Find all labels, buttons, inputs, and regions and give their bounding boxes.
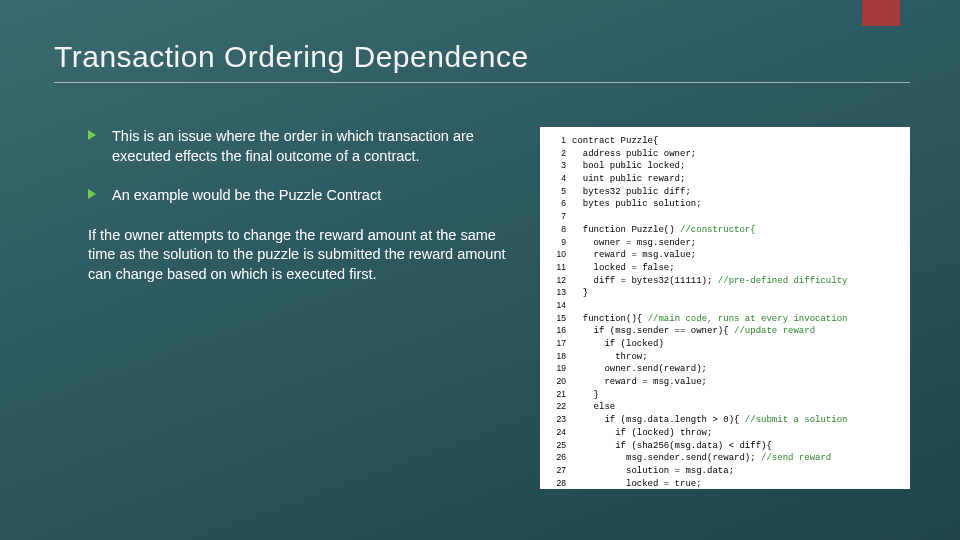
code-comment: //constructor{ [680, 225, 756, 235]
code-line: 8 function Puzzle() //constructor{ [550, 224, 900, 237]
line-number: 6 [550, 198, 566, 209]
line-number: 26 [550, 452, 566, 463]
line-number: 2 [550, 148, 566, 159]
code-text: reward = msg.value; [572, 377, 707, 387]
line-number: 28 [550, 478, 566, 489]
code-line: 17 if (locked) [550, 338, 900, 351]
code-text: if (msg.sender == owner){ [572, 326, 734, 336]
code-line: 14 [550, 300, 900, 313]
code-text: throw; [572, 352, 648, 362]
code-text: uint public reward; [572, 174, 685, 184]
code-text: bool public locked; [572, 161, 685, 171]
page-title: Transaction Ordering Dependence [54, 40, 910, 74]
text-column: This is an issue where the order in whic… [54, 127, 524, 489]
code-text: function Puzzle() [572, 225, 680, 235]
code-comment: //pre-defined difficulty [718, 276, 848, 286]
line-number: 21 [550, 389, 566, 400]
code-text: } [572, 288, 588, 298]
code-text: bytes public solution; [572, 199, 702, 209]
code-text: owner = msg.sender; [572, 238, 696, 248]
line-number: 22 [550, 401, 566, 412]
line-number: 7 [550, 211, 566, 222]
code-line: 2 address public owner; [550, 148, 900, 161]
code-text: else [572, 402, 615, 412]
chevron-right-icon [88, 189, 96, 199]
code-text: if (locked) throw; [572, 428, 712, 438]
code-text: owner.send(reward); [572, 364, 707, 374]
code-line: 11 locked = false; [550, 262, 900, 275]
line-number: 12 [550, 275, 566, 286]
line-number: 13 [550, 287, 566, 298]
code-line: 23 if (msg.data.length > 0){ //submit a … [550, 414, 900, 427]
line-number: 24 [550, 427, 566, 438]
line-number: 9 [550, 237, 566, 248]
code-line: 21 } [550, 389, 900, 402]
code-line: 26 msg.sender.send(reward); //send rewar… [550, 452, 900, 465]
code-line: 10 reward = msg.value; [550, 249, 900, 262]
code-line: 5 bytes32 public diff; [550, 186, 900, 199]
code-line: 7 [550, 211, 900, 224]
paragraph: If the owner attempts to change the rewa… [88, 226, 524, 285]
slide: Transaction Ordering Dependence This is … [0, 0, 960, 540]
code-text: msg.sender.send(reward); [572, 453, 761, 463]
code-line: 27 solution = msg.data; [550, 465, 900, 478]
line-number: 1 [550, 135, 566, 146]
line-number: 20 [550, 376, 566, 387]
code-comment: //send reward [761, 453, 831, 463]
code-text: function(){ [572, 314, 648, 324]
line-number: 3 [550, 160, 566, 171]
code-line: 9 owner = msg.sender; [550, 237, 900, 250]
code-line: 13 } [550, 287, 900, 300]
code-text: locked = false; [572, 263, 675, 273]
code-text: locked = true; [572, 479, 702, 489]
code-text: if (sha256(msg.data) < diff){ [572, 441, 772, 451]
content-row: This is an issue where the order in whic… [54, 127, 910, 489]
line-number: 19 [550, 363, 566, 374]
code-text: } [572, 390, 599, 400]
code-figure: 1contract Puzzle{2 address public owner;… [540, 127, 910, 489]
bullet-item: An example would be the Puzzle Contract [88, 186, 524, 206]
title-rule [54, 82, 910, 83]
chevron-right-icon [88, 130, 96, 140]
code-line: 19 owner.send(reward); [550, 363, 900, 376]
bullet-item: This is an issue where the order in whic… [88, 127, 524, 166]
bullet-text: This is an issue where the order in whic… [112, 128, 474, 164]
code-text: reward = msg.value; [572, 250, 696, 260]
bullet-text: An example would be the Puzzle Contract [112, 187, 381, 203]
line-number: 15 [550, 313, 566, 324]
code-text: diff = bytes32(11111); [572, 276, 718, 286]
code-line: 3 bool public locked; [550, 160, 900, 173]
code-text: if (msg.data.length > 0){ [572, 415, 745, 425]
code-text: solution = msg.data; [572, 466, 734, 476]
code-line: 18 throw; [550, 351, 900, 364]
line-number: 14 [550, 300, 566, 311]
code-block: 1contract Puzzle{2 address public owner;… [550, 135, 900, 489]
line-number: 17 [550, 338, 566, 349]
code-text: address public owner; [572, 149, 696, 159]
code-line: 15 function(){ //main code, runs at ever… [550, 313, 900, 326]
line-number: 23 [550, 414, 566, 425]
code-line: 6 bytes public solution; [550, 198, 900, 211]
code-line: 24 if (locked) throw; [550, 427, 900, 440]
code-line: 16 if (msg.sender == owner){ //update re… [550, 325, 900, 338]
line-number: 4 [550, 173, 566, 184]
code-text: bytes32 public diff; [572, 187, 691, 197]
line-number: 5 [550, 186, 566, 197]
line-number: 11 [550, 262, 566, 273]
code-line: 28 locked = true; [550, 478, 900, 489]
code-line: 22 else [550, 401, 900, 414]
code-comment: //update reward [734, 326, 815, 336]
code-line: 4 uint public reward; [550, 173, 900, 186]
code-line: 12 diff = bytes32(11111); //pre-defined … [550, 275, 900, 288]
line-number: 18 [550, 351, 566, 362]
code-comment: //submit a solution [745, 415, 848, 425]
line-number: 27 [550, 465, 566, 476]
code-text: contract Puzzle{ [572, 136, 658, 146]
line-number: 16 [550, 325, 566, 336]
code-line: 20 reward = msg.value; [550, 376, 900, 389]
code-line: 25 if (sha256(msg.data) < diff){ [550, 440, 900, 453]
code-line: 1contract Puzzle{ [550, 135, 900, 148]
code-comment: //main code, runs at every invocation [648, 314, 848, 324]
line-number: 25 [550, 440, 566, 451]
code-text: if (locked) [572, 339, 664, 349]
